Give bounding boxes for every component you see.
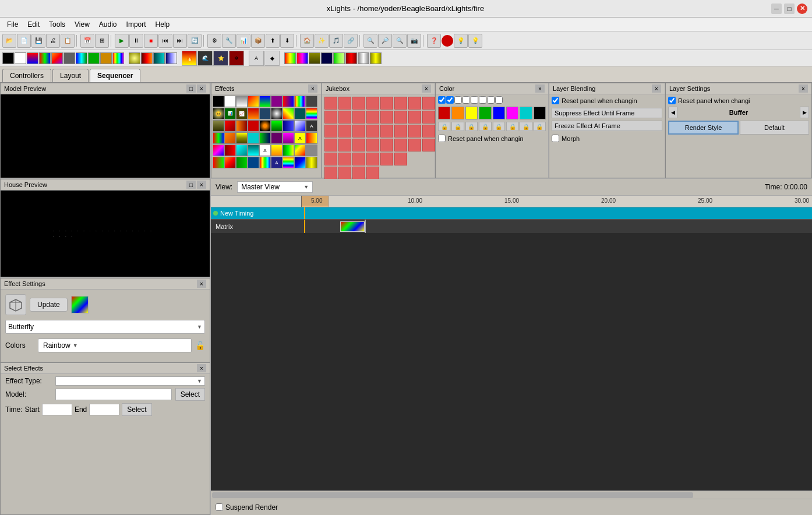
effect-cell[interactable] <box>306 144 317 156</box>
jb-cell[interactable] <box>408 139 421 151</box>
master-view-dropdown[interactable]: Master View ▼ <box>237 181 313 193</box>
effect-update-button[interactable]: Update <box>30 298 68 312</box>
jb-cell[interactable] <box>324 153 337 165</box>
tb-camera-button[interactable]: 📷 <box>407 34 421 48</box>
tb-fx-extra1[interactable]: 🔥 <box>182 51 197 66</box>
jb-cell[interactable] <box>422 139 435 151</box>
tb-gradient3[interactable] <box>51 52 63 64</box>
tb-download-button[interactable]: ⬇ <box>280 34 294 48</box>
jb-cell[interactable] <box>338 153 351 165</box>
tb-fx-water[interactable] <box>153 52 165 64</box>
color-check-8[interactable] <box>495 96 503 104</box>
color-lock-4[interactable]: 🔒 <box>479 122 491 131</box>
color-lock-7[interactable]: 🔒 <box>520 122 532 131</box>
layer-settings-close[interactable]: × <box>799 84 808 93</box>
jb-cell[interactable] <box>366 125 379 137</box>
tb-gradient2[interactable] <box>39 52 51 64</box>
start-time-input[interactable]: 000.0 <box>42 404 72 415</box>
tb-fx-cool2[interactable] <box>296 52 308 64</box>
effect-cell[interactable]: 📊 <box>224 108 236 119</box>
jb-cell[interactable] <box>352 97 365 110</box>
tb-zoom-in-button[interactable]: 🔎 <box>378 34 392 48</box>
effect-cell[interactable] <box>259 96 271 107</box>
tb-render-button[interactable]: 🔧 <box>222 34 236 48</box>
jb-cell[interactable] <box>338 97 351 110</box>
effect-cell[interactable] <box>248 96 259 107</box>
tb-rewind-button[interactable]: ⏮ <box>158 34 172 48</box>
effect-color-preview[interactable] <box>71 296 89 313</box>
tb-settings-button[interactable]: ⚙ <box>207 34 221 48</box>
tb-bulb-on-button[interactable]: 💡 <box>454 34 468 48</box>
jb-cell[interactable] <box>366 111 379 124</box>
house-preview-close[interactable]: × <box>197 181 206 189</box>
jb-cell[interactable] <box>394 125 407 137</box>
effect-cell[interactable] <box>213 132 224 144</box>
jb-cell[interactable] <box>380 125 393 137</box>
effect-cell[interactable] <box>271 132 283 144</box>
jb-cell[interactable] <box>324 125 337 137</box>
jb-cell[interactable] <box>338 139 351 151</box>
tb-grid-button[interactable]: ⊞ <box>95 34 109 48</box>
tab-controllers[interactable]: Controllers <box>2 69 51 82</box>
color-lock-6[interactable]: 🔒 <box>506 122 518 131</box>
color-check-4[interactable] <box>463 96 470 104</box>
effect-cell[interactable] <box>283 132 294 144</box>
tb-stop-button[interactable]: ■ <box>144 34 158 48</box>
house-preview-restore[interactable]: □ <box>186 181 196 189</box>
tb-fx-radial[interactable] <box>129 52 140 64</box>
time-select-button[interactable]: Select <box>122 403 151 416</box>
jb-cell[interactable] <box>422 97 435 110</box>
tb-fx-extra2[interactable]: 🌊 <box>197 51 213 66</box>
color-swatch-cyan[interactable] <box>520 107 532 119</box>
jb-cell[interactable] <box>380 153 393 165</box>
effect-cell[interactable] <box>294 108 306 119</box>
effect-cell[interactable] <box>248 132 259 144</box>
effect-cell[interactable] <box>248 157 259 168</box>
effect-cell[interactable] <box>294 157 306 168</box>
effect-cell[interactable] <box>283 120 294 132</box>
color-check-5[interactable] <box>471 96 478 104</box>
effect-settings-close[interactable]: × <box>197 280 206 288</box>
effect-type-dropdown[interactable]: Butterfly ▼ <box>5 320 205 334</box>
ls-default-button[interactable]: Default <box>740 121 809 135</box>
effect-cell[interactable] <box>271 108 283 119</box>
model-select-button[interactable]: Select <box>175 388 205 401</box>
jb-cell[interactable] <box>324 97 337 110</box>
tb-upload-button[interactable]: ⬆ <box>266 34 280 48</box>
color-swatch-black[interactable] <box>534 107 546 119</box>
color-reset-checkbox[interactable] <box>438 135 446 142</box>
effect-cell[interactable] <box>248 108 259 119</box>
tb-search-button[interactable]: 🔍 <box>363 34 377 48</box>
color-lock-8[interactable]: 🔒 <box>534 122 546 131</box>
tb-save-button[interactable]: 💾 <box>31 34 45 48</box>
effect-cell[interactable] <box>213 120 224 132</box>
tb-color-black[interactable] <box>2 52 14 64</box>
model-input[interactable] <box>55 389 172 400</box>
jb-cell[interactable] <box>366 139 379 151</box>
tb-fx-orange[interactable] <box>100 52 112 64</box>
tb-fx-fire[interactable] <box>141 52 153 64</box>
color-lock-5[interactable]: 🔒 <box>493 122 505 131</box>
effect-cell[interactable] <box>236 132 248 144</box>
tb-fx-warm[interactable] <box>284 52 296 64</box>
jb-cell[interactable] <box>422 125 435 137</box>
color-lock-1[interactable]: 🔒 <box>438 122 450 131</box>
jb-cell[interactable] <box>324 111 337 124</box>
effect-cell[interactable] <box>259 132 271 144</box>
effect-cell[interactable] <box>259 108 271 119</box>
effect-cell[interactable] <box>213 96 224 107</box>
lb-freeze-button[interactable]: Freeze Effect At Frame <box>552 121 662 131</box>
tb-fx-nature[interactable] <box>333 52 345 64</box>
effect-cell[interactable] <box>248 144 259 156</box>
effect-cell[interactable] <box>306 108 317 119</box>
effect-cell[interactable] <box>213 157 224 168</box>
tab-sequencer[interactable]: Sequencer <box>90 69 140 82</box>
tb-fx-extra3[interactable]: ⭐ <box>213 51 228 66</box>
color-lock-2[interactable]: 🔒 <box>451 122 464 131</box>
color-value-dropdown[interactable]: Rainbow ▼ <box>38 338 192 352</box>
tb-fx-rainbow[interactable] <box>112 52 124 64</box>
tb-red-button[interactable] <box>442 35 453 47</box>
tb-help-button[interactable]: ❓ <box>427 34 441 48</box>
jukebox-panel-close[interactable]: × <box>422 84 431 93</box>
jb-cell[interactable] <box>338 125 351 137</box>
